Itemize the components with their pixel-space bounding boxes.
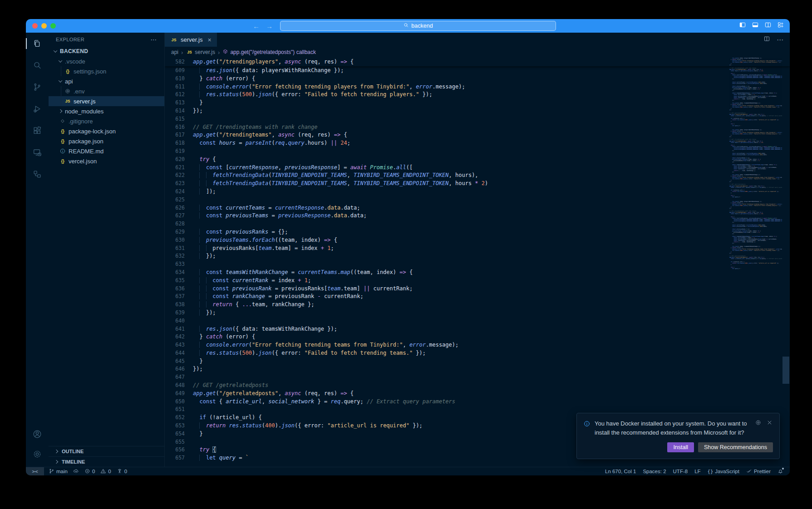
code-line-619[interactable]: 619 — [165, 147, 790, 156]
code-line-632[interactable]: 632 }); — [165, 252, 790, 260]
status-prettier[interactable]: Prettier — [746, 468, 771, 475]
activity-run-debug-icon[interactable] — [26, 98, 49, 120]
tree-item-readme.md[interactable]: README.md — [49, 146, 164, 156]
minimize-window-button[interactable] — [41, 23, 47, 29]
more-actions-icon[interactable]: ⋯ — [151, 36, 157, 43]
more-actions-icon[interactable]: ⋯ — [777, 36, 783, 44]
code-line-621[interactable]: 621 const [currentResponse, previousResp… — [165, 164, 790, 172]
status-cloud-upload[interactable] — [73, 468, 79, 475]
code-line-625[interactable]: 625 — [165, 196, 790, 204]
code-line-634[interactable]: 634 const teamsWithRankChange = currentT… — [165, 269, 790, 277]
breadcrumb-segment[interactable]: JSserver.js — [186, 49, 215, 55]
code-line-620[interactable]: 620 try { — [165, 156, 790, 164]
code-line-628[interactable]: 628 — [165, 220, 790, 228]
activity-flow-icon[interactable] — [26, 163, 49, 185]
code-line-642[interactable]: 642 } catch (error) { — [165, 333, 790, 341]
tree-item-api[interactable]: api — [49, 76, 164, 86]
status-lf[interactable]: LF — [694, 469, 700, 474]
code-line-611[interactable]: 611 console.error("Error fetching trendi… — [165, 83, 790, 91]
tree-item-package.json[interactable]: {}package.json — [49, 136, 164, 146]
code-line-649[interactable]: 649app.get("/getrelatedposts", async (re… — [165, 390, 790, 398]
panel-right-toggle-icon[interactable] — [764, 21, 772, 30]
code-line-623[interactable]: 623 fetchTrendingData(TINYBIRD_ENDPOINT_… — [165, 180, 790, 188]
code-line-638[interactable]: 638 return { ...team, rankChange }; — [165, 301, 790, 309]
code-editor[interactable]: 582app.get("/trendingplayers", async (re… — [165, 58, 790, 467]
status-utf-8[interactable]: UTF-8 — [673, 469, 688, 474]
code-line-626[interactable]: 626 const currentTeams = currentResponse… — [165, 204, 790, 212]
notification-settings-gear-icon[interactable] — [755, 419, 762, 437]
tree-item-package-lock.json[interactable]: {}package-lock.json — [49, 126, 164, 136]
breadcrumb-segment[interactable]: app.get("/getrelatedposts") callback — [222, 49, 316, 56]
code-line-637[interactable]: 637 const rankChange = previousRank - cu… — [165, 293, 790, 301]
tree-item-.vscode[interactable]: .vscode — [49, 56, 164, 66]
code-line-631[interactable]: 631 previousRanks[team.team] = index + 1… — [165, 245, 790, 253]
code-line-640[interactable]: 640 — [165, 317, 790, 325]
activity-remote-explorer-icon[interactable] — [26, 142, 49, 163]
code-line-617[interactable]: 617app.get("/trendingteams", async (req,… — [165, 131, 790, 139]
code-line-648[interactable]: 648// GET /getrelatedposts — [165, 382, 790, 390]
breadcrumb-segment[interactable]: api — [171, 49, 178, 55]
minimap[interactable]: res.json({ data: playersWithRankChange }… — [729, 58, 782, 467]
status-0[interactable]: 0 — [117, 468, 127, 475]
show-recommendations-button[interactable]: Show Recommendations — [698, 442, 773, 452]
code-line-643[interactable]: 643 console.error("Error fetching trendi… — [165, 341, 790, 349]
activity-settings-icon[interactable] — [26, 444, 49, 464]
status-spaces-2[interactable]: Spaces: 2 — [643, 469, 666, 474]
status-ln-670-col-1[interactable]: Ln 670, Col 1 — [605, 469, 636, 474]
code-line-622[interactable]: 622 fetchTrendingData(TINYBIRD_ENDPOINT_… — [165, 171, 790, 180]
code-line-630[interactable]: 630 previousTeams.forEach((team, index) … — [165, 236, 790, 245]
tree-item-node_modules[interactable]: node_modules — [49, 106, 164, 116]
section-outline[interactable]: OUTLINE — [49, 446, 164, 456]
code-line-613[interactable]: 613 } — [165, 99, 790, 107]
forward-arrow-icon[interactable]: → — [266, 22, 273, 30]
activity-search-icon[interactable] — [26, 54, 49, 76]
code-line-646[interactable]: 646}); — [165, 365, 790, 373]
code-line-615[interactable]: 615 — [165, 115, 790, 123]
code-line-614[interactable]: 614}); — [165, 107, 790, 115]
close-window-button[interactable] — [32, 23, 38, 29]
zoom-window-button[interactable] — [50, 23, 56, 29]
layout-toggle-icon[interactable] — [777, 21, 784, 30]
code-line-650[interactable]: 650 const { article_url, social_network … — [165, 398, 790, 406]
tree-item-vercel.json[interactable]: {}vercel.json — [49, 156, 164, 166]
tree-item-settings.json[interactable]: {}settings.json — [49, 66, 164, 76]
split-editor-icon[interactable] — [763, 35, 770, 44]
status-bell[interactable] — [778, 468, 783, 475]
activity-account-icon[interactable] — [26, 424, 49, 444]
code-line-624[interactable]: 624 ]); — [165, 188, 790, 196]
sticky-code-line-582[interactable]: 582app.get("/trendingplayers", async (re… — [165, 58, 790, 66]
code-line-616[interactable]: 616// GET /trendingteams with rank chang… — [165, 123, 790, 132]
code-line-609[interactable]: 609 res.json({ data: playersWithRankChan… — [165, 67, 790, 75]
code-line-618[interactable]: 618 const hours = parseInt(req.query.hou… — [165, 139, 790, 147]
notification-close-icon[interactable] — [766, 419, 773, 437]
code-line-636[interactable]: 636 const previousRank = previousRanks[t… — [165, 285, 790, 293]
code-line-610[interactable]: 610 } catch (error) { — [165, 75, 790, 83]
remote-indicator[interactable]: >< — [26, 467, 44, 475]
section-timeline[interactable]: TIMELINE — [49, 456, 164, 467]
activity-explorer-icon[interactable] — [26, 33, 49, 54]
code-line-639[interactable]: 639 }); — [165, 309, 790, 317]
status-0[interactable]: 0 — [84, 468, 95, 475]
activity-source-control-icon[interactable] — [26, 76, 49, 98]
code-line-647[interactable]: 647 — [165, 373, 790, 382]
status-main[interactable]: main — [49, 468, 68, 475]
command-center-search[interactable]: backend — [280, 21, 556, 31]
panel-bottom-toggle-icon[interactable] — [752, 21, 759, 30]
code-line-635[interactable]: 635 const currentRank = index + 1; — [165, 277, 790, 285]
code-line-645[interactable]: 645 } — [165, 357, 790, 366]
tree-item-.env[interactable]: .env — [49, 86, 164, 96]
tree-item-.gitignore[interactable]: .gitignore — [49, 116, 164, 126]
activity-extensions-icon[interactable] — [26, 120, 49, 142]
close-tab-icon[interactable]: × — [207, 36, 211, 44]
code-line-633[interactable]: 633 — [165, 260, 790, 269]
install-button[interactable]: Install — [667, 442, 694, 452]
code-line-627[interactable]: 627 const previousTeams = previousRespon… — [165, 212, 790, 220]
back-arrow-icon[interactable]: ← — [253, 22, 260, 30]
status-javascript[interactable]: {}JavaScript — [708, 469, 739, 474]
tree-item-server.js[interactable]: JSserver.js — [49, 96, 164, 106]
tab-server-js[interactable]: JS server.js × — [165, 33, 217, 47]
code-line-629[interactable]: 629 const previousRanks = {}; — [165, 228, 790, 236]
code-line-644[interactable]: 644 res.status(500).json({ error: "Faile… — [165, 349, 790, 357]
tree-item-backend[interactable]: BACKEND — [49, 46, 164, 56]
status-0[interactable]: 0 — [100, 468, 111, 475]
